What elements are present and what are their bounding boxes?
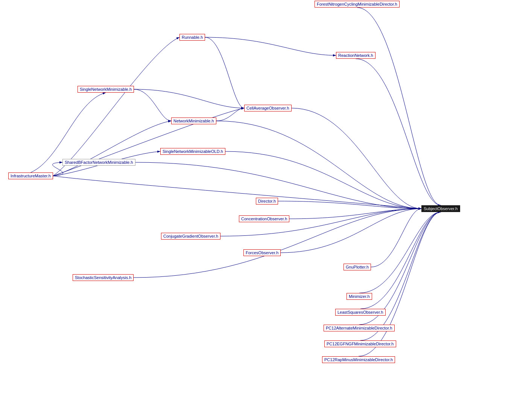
arrow-24 — [359, 212, 441, 293]
node-StochasticSensitivityAnalysish[interactable]: StochasticSensitivityAnalysis.h — [73, 274, 134, 281]
node-CellAverageObserverh[interactable]: CellAverageObserver.h — [244, 105, 292, 111]
arrow-10 — [135, 162, 421, 209]
arrow-15 — [53, 162, 63, 176]
node-ForcesObserverh[interactable]: ForcesObserver.h — [243, 249, 281, 256]
node-SharedBFactorNetworkMinimizableh[interactable]: SharedBFactorNetworkMinimizable.h — [62, 159, 135, 166]
node-SingleNetworkMinimizableh[interactable]: SingleNetworkMinimizable.h — [78, 86, 134, 93]
node-Minimizerh[interactable]: Minimizer.h — [347, 293, 372, 300]
node-SubjectObserverh[interactable]: SubjectObserver.h — [421, 205, 460, 212]
arrow-11 — [53, 176, 421, 209]
arrow-27 — [360, 212, 441, 340]
arrow-17 — [53, 37, 179, 176]
arrow-9 — [225, 151, 421, 209]
node-NetworkMinimizableh[interactable]: NetworkMinimizable.h — [171, 118, 216, 124]
arrow-26 — [359, 212, 441, 325]
node-SingleNetworkMinimizableOLDh[interactable]: SingleNetworkMinimizableOLD.h — [160, 148, 225, 155]
arrow-1 — [205, 37, 244, 108]
node-InfrastructureMasterh[interactable]: InfrastructureMaster.h — [8, 172, 53, 179]
arrow-2 — [205, 37, 336, 55]
node-ReactionNetworkh[interactable]: ReactionNetwork.h — [336, 52, 375, 59]
arrow-22 — [371, 209, 421, 267]
node-Directorh[interactable]: Director.h — [256, 198, 278, 205]
arrow-21 — [281, 209, 421, 253]
arrow-3 — [356, 59, 441, 205]
arrow-6 — [292, 108, 421, 209]
diagram-container: ForestNitrogenCyclingMinimizableDirector… — [0, 0, 532, 406]
node-Runnableh[interactable]: Runnable.h — [179, 34, 205, 41]
node-PC12EGFNGFMinimizableDirectorh[interactable]: PC12EGFNGFMinimizableDirector.h — [324, 340, 396, 347]
arrow-20 — [220, 209, 421, 236]
arrow-19 — [289, 209, 421, 219]
node-PC12RapMinusMinimizableDirectorh[interactable]: PC12RapMinusMinimizableDirector.h — [322, 356, 395, 363]
node-PC12AlternateMinimizableDirectorh[interactable]: PC12AlternateMinimizableDirector.h — [324, 325, 395, 331]
node-ConcentrationObserverh[interactable]: ConcentrationObserver.h — [239, 215, 289, 222]
node-ForestNitrogenCyclingMinimizableDirectorh[interactable]: ForestNitrogenCyclingMinimizableDirector… — [315, 1, 400, 8]
arrow-28 — [359, 212, 441, 356]
arrow-18 — [278, 201, 421, 209]
arrow-5 — [134, 89, 171, 121]
node-LeastSquaresObserverh[interactable]: LeastSquaresObserver.h — [335, 309, 386, 316]
arrow-4 — [134, 89, 244, 108]
arrow-0 — [357, 8, 441, 205]
arrow-13 — [53, 121, 171, 176]
node-GnuPlotterh[interactable]: GnuPlotter.h — [344, 264, 371, 270]
node-ConjugateGradientObserverh[interactable]: ConjugateGradientObserver.h — [161, 233, 220, 240]
arrow-8 — [216, 121, 421, 209]
arrow-7 — [216, 108, 244, 121]
arrow-25 — [360, 212, 441, 309]
